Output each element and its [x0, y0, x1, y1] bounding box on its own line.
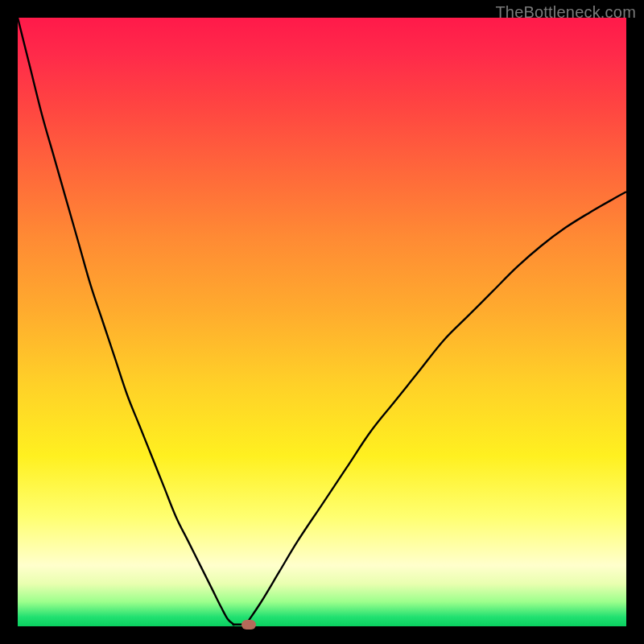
curve-svg	[18, 18, 626, 626]
minimum-marker	[242, 620, 256, 630]
chart-frame: TheBottleneck.com	[0, 0, 644, 644]
bottleneck-curve	[18, 18, 626, 626]
plot-area	[18, 18, 626, 626]
